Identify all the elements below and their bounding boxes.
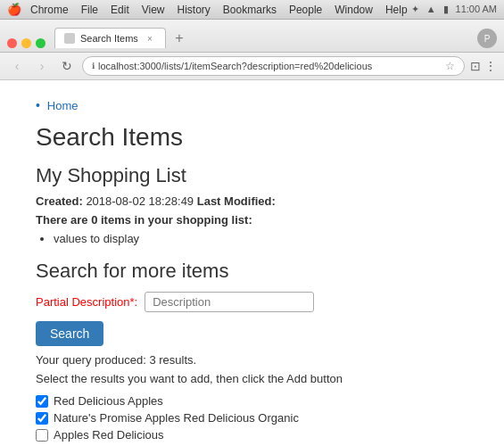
breadcrumb: Home bbox=[36, 98, 468, 112]
page-content: Home Search Items My Shopping List Creat… bbox=[0, 80, 504, 446]
refresh-button[interactable]: ↻ bbox=[57, 56, 77, 76]
result-checkbox-2[interactable] bbox=[36, 429, 48, 442]
menu-bookmarks[interactable]: Bookmarks bbox=[223, 4, 277, 16]
menu-bar: Chrome File Edit View History Bookmarks … bbox=[30, 4, 408, 16]
profile-icon[interactable]: P bbox=[477, 29, 497, 48]
result-item-0: Red Delicious Apples bbox=[36, 394, 468, 408]
forward-button[interactable]: › bbox=[32, 56, 52, 76]
shopping-list-items: values to display bbox=[54, 232, 468, 245]
tab-title: Search Items bbox=[80, 33, 138, 44]
search-results-list: Red Delicious Apples Nature's Promise Ap… bbox=[36, 394, 468, 442]
menu-file[interactable]: File bbox=[81, 4, 98, 16]
menu-history[interactable]: History bbox=[178, 4, 211, 16]
list-created-meta: Created: 2018-08-02 18:28:49 Last Modifi… bbox=[36, 194, 468, 208]
bookmark-star-icon[interactable]: ☆ bbox=[445, 60, 455, 72]
search-section-heading: Search for more items bbox=[36, 260, 468, 283]
active-tab[interactable]: Search Items × bbox=[54, 28, 166, 48]
titlebar: 🍎 Chrome File Edit View History Bookmark… bbox=[0, 0, 504, 20]
chrome-right-icons: ⊡ ⋮ bbox=[470, 59, 497, 73]
shopping-list-heading: My Shopping List bbox=[36, 164, 468, 187]
address-text: localhost:3000/lists/1/itemSearch?descri… bbox=[98, 61, 442, 71]
tab-favicon bbox=[64, 33, 75, 44]
maximize-window-btn[interactable] bbox=[36, 38, 45, 48]
menu-edit[interactable]: Edit bbox=[111, 4, 129, 16]
result-item-1: Nature's Promise Apples Red Delicious Or… bbox=[36, 411, 468, 425]
result-checkbox-0[interactable] bbox=[36, 395, 48, 408]
dropbox-icon[interactable]: ✦ bbox=[411, 4, 419, 15]
close-window-btn[interactable] bbox=[7, 38, 17, 48]
search-button[interactable]: Search bbox=[36, 321, 103, 346]
wifi-icon: ▲ bbox=[426, 4, 436, 15]
search-form-row: Partial Description*: bbox=[36, 292, 468, 312]
tab-close-btn[interactable]: × bbox=[144, 32, 156, 45]
system-time: 11:00 AM bbox=[456, 4, 497, 15]
description-input[interactable] bbox=[145, 292, 314, 312]
result-label-1: Nature's Promise Apples Red Delicious Or… bbox=[54, 411, 299, 425]
tab-bar: Search Items × + P bbox=[7, 23, 497, 48]
back-button[interactable]: ‹ bbox=[7, 56, 27, 76]
menu-people[interactable]: People bbox=[289, 4, 322, 16]
select-instruction-text: Select the results you want to add, then… bbox=[36, 372, 468, 385]
result-label-0: Red Delicious Apples bbox=[54, 394, 163, 408]
query-result-text: Your query produced: 3 results. bbox=[36, 353, 468, 367]
menu-view[interactable]: View bbox=[142, 4, 165, 16]
apple-menu[interactable]: 🍎 bbox=[7, 3, 21, 16]
breadcrumb-home-link[interactable]: Home bbox=[47, 99, 78, 112]
result-label-2: Apples Red Delicious bbox=[54, 428, 164, 442]
page-title: Search Items bbox=[36, 123, 468, 152]
menu-help[interactable]: Help bbox=[385, 4, 408, 16]
new-tab-button[interactable]: + bbox=[169, 29, 189, 48]
placeholder-list-item: values to display bbox=[54, 232, 468, 245]
created-label: Created: bbox=[36, 194, 83, 208]
address-bar[interactable]: ℹ localhost:3000/lists/1/itemSearch?desc… bbox=[82, 56, 465, 76]
partial-description-label: Partial Description*: bbox=[36, 295, 137, 309]
modified-label: Last Modified: bbox=[197, 194, 276, 208]
chrome-menu-icon[interactable]: ⋮ bbox=[484, 59, 497, 73]
menu-window[interactable]: Window bbox=[335, 4, 373, 16]
chrome-toolbar: Search Items × + P bbox=[0, 20, 504, 53]
minimize-window-btn[interactable] bbox=[21, 38, 31, 48]
lock-icon: ℹ bbox=[92, 62, 95, 70]
battery-icon: ▮ bbox=[443, 4, 449, 15]
created-value: 2018-08-02 18:28:49 bbox=[86, 194, 194, 208]
cast-icon[interactable]: ⊡ bbox=[470, 59, 481, 73]
item-count-text: There are 0 items in your shopping list: bbox=[36, 213, 468, 227]
result-checkbox-1[interactable] bbox=[36, 412, 48, 425]
result-item-2: Apples Red Delicious bbox=[36, 428, 468, 442]
menu-chrome[interactable]: Chrome bbox=[30, 4, 69, 16]
navigation-bar: ‹ › ↻ ℹ localhost:3000/lists/1/itemSearc… bbox=[0, 53, 504, 80]
